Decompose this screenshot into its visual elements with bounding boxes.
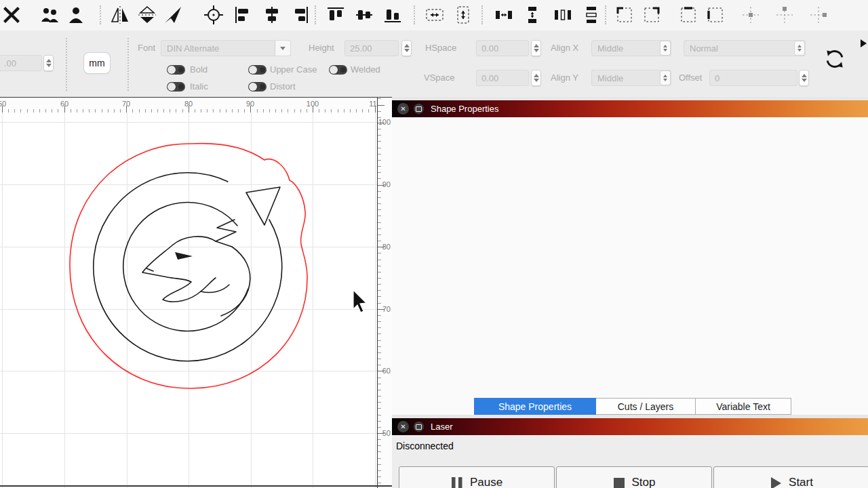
height-label: Height [309,40,334,56]
stop-button[interactable]: Stop [556,466,712,488]
ruler-number: 90 [246,100,254,108]
dock-panel-area: ✕ Shape Properties Shape Properties Cuts… [392,97,868,488]
lightburn-window: .00 mm Font DIN Alternate Height 25.00 H… [0,0,868,488]
font-label: Font [138,40,155,56]
equal-vertical-spacing-icon[interactable] [581,5,601,25]
text-options-toolbar: .00 mm Font DIN Alternate Height 25.00 H… [0,30,868,97]
tab-cuts-layers[interactable]: Cuts / Layers [595,398,696,415]
distribute-horizontally-icon[interactable] [494,5,514,25]
align-center-horizontal-icon[interactable] [262,5,282,25]
align-y-value: Middle [597,73,623,83]
make-same-height-icon[interactable] [453,5,473,25]
flip-horizontal-icon[interactable] [110,5,130,25]
equal-horizontal-spacing-icon[interactable] [553,5,573,25]
chevron-down-icon[interactable] [275,41,290,56]
align-left-icon[interactable] [233,5,253,25]
align-top-icon[interactable] [326,5,346,25]
align-bottom-icon[interactable] [382,5,403,25]
grid-lines [0,113,377,488]
ruler-number: 80 [382,243,391,251]
welded-toggle[interactable] [329,65,347,75]
toolbar-overflow-icon[interactable] [861,39,867,47]
offset-value: 0 [715,73,719,83]
panel-title: Shape Properties [431,100,498,117]
close-icon[interactable]: ✕ [397,103,409,115]
position-edge-top-icon[interactable] [678,5,698,25]
distribute-vertically-icon[interactable] [522,5,542,25]
position-x-stepper[interactable] [43,55,54,71]
upper-case-label: Upper Case [270,62,317,78]
align-y-select[interactable]: Middle [591,70,671,86]
float-window-icon[interactable] [414,422,424,432]
position-center-2-icon[interactable] [774,5,795,25]
text-style-select[interactable]: Normal [684,40,806,56]
italic-toggle[interactable] [167,82,185,92]
vspace-input[interactable]: 0.00 [476,70,529,86]
stop-icon [613,476,625,488]
float-window-icon[interactable] [414,104,424,114]
ruler-number: 70 [382,305,391,313]
ruler-number: 50 [382,429,391,437]
align-x-label: Align X [551,40,578,56]
font-dropdown[interactable]: DIN Alternate [161,40,291,56]
ungroup-icon[interactable] [66,5,86,25]
tab-variable-text[interactable]: Variable Text [695,398,791,415]
focus-position-icon[interactable] [203,5,224,25]
upper-case-toggle[interactable] [248,65,267,75]
close-icon[interactable]: ✕ [397,421,409,432]
toolbar-divider [100,5,101,24]
tab-shape-properties[interactable]: Shape Properties [474,398,596,415]
text-style-value: Normal [690,43,718,54]
offset-input[interactable]: 0 [709,70,797,86]
ruler-number: 90 [382,180,391,188]
position-corner-top-left-icon[interactable] [614,5,635,25]
hspace-value: 0.00 [481,43,498,54]
make-same-width-icon[interactable] [425,5,445,25]
ruler-number: 100 [378,118,391,126]
dragon-design-shape [94,173,282,361]
tools-icon[interactable] [1,5,22,25]
chevron-updown-icon [660,71,670,85]
shape-properties-titlebar: ✕ Shape Properties [392,100,868,117]
pause-button[interactable]: Pause [399,466,555,488]
arrangement-toolbar [0,0,868,31]
toolbar-divider [315,5,316,24]
position-edge-left-icon[interactable] [705,5,726,25]
distort-toggle[interactable] [248,82,267,92]
design-canvas[interactable] [0,113,377,488]
ruler-number: 80 [184,100,193,108]
hspace-input[interactable]: 0.00 [476,40,529,56]
align-middle-icon[interactable] [354,5,374,25]
units-button[interactable]: mm [84,53,110,73]
ruler-number: 60 [382,367,391,375]
hspace-stepper[interactable] [531,40,541,56]
position-center-1-icon[interactable] [741,5,761,25]
group-icon[interactable] [39,5,60,25]
flip-vertical-icon[interactable] [137,5,157,25]
distort-label: Distort [270,79,296,95]
toolbar-divider [605,5,606,24]
position-center-3-icon[interactable] [808,5,829,25]
vspace-stepper[interactable] [531,70,541,86]
height-stepper[interactable] [401,40,412,56]
position-x-value: .00 [4,58,16,68]
vspace-label: VSpace [424,70,455,86]
dock-tabs: Shape Properties Cuts / Layers Variable … [475,398,791,415]
shear-icon[interactable] [163,5,183,25]
ruler-number: 70 [122,100,130,108]
align-y-label: Align Y [551,70,578,86]
bold-label: Bold [190,62,208,78]
position-corner-top-right-icon[interactable] [642,5,662,25]
vspace-value: 0.00 [481,73,498,83]
refresh-icon[interactable] [825,49,852,76]
offset-stepper[interactable] [799,70,809,86]
pause-icon [451,476,463,488]
laser-titlebar: ✕ Laser [392,418,868,435]
start-button[interactable]: Start [713,466,868,488]
toolbar-divider [414,5,415,24]
bold-toggle[interactable] [167,65,185,75]
align-right-icon[interactable] [290,5,311,25]
height-input[interactable]: 25.00 [344,40,399,56]
position-x-input[interactable]: .00 [0,55,42,71]
align-x-select[interactable]: Middle [591,40,671,56]
